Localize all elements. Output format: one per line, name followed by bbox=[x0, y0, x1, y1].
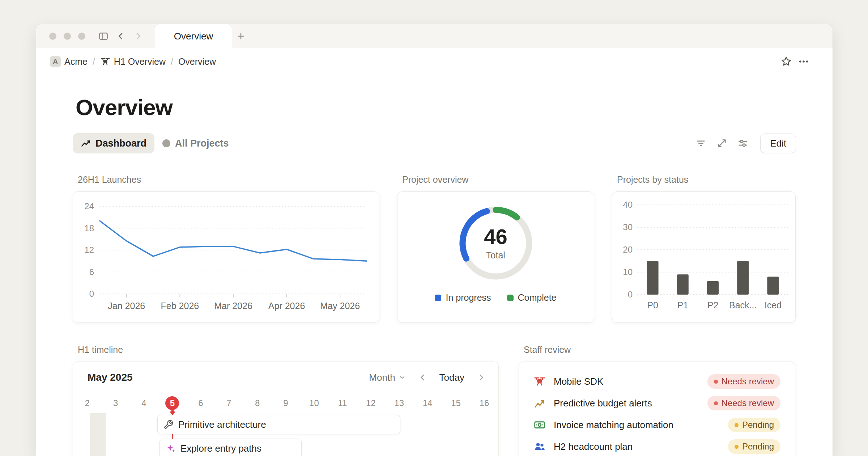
donut-chart: 46 Total bbox=[455, 203, 536, 284]
calendar-day[interactable]: 16 bbox=[470, 393, 498, 413]
calendar-header: May 2025 Month Today bbox=[73, 362, 498, 393]
project-overview-card-label: Project overview bbox=[402, 174, 594, 185]
in-progress-swatch bbox=[435, 295, 441, 301]
complete-swatch bbox=[507, 295, 514, 301]
tab-title: Overview bbox=[174, 31, 213, 42]
timeline-card: May 2025 Month Today bbox=[73, 362, 499, 456]
toolbar-right: Edit bbox=[693, 134, 796, 153]
breadcrumb: A Acme / H1 Overview / Overview bbox=[36, 48, 833, 75]
legend-item-complete: Complete bbox=[507, 292, 557, 303]
sidebar-toggle-icon[interactable] bbox=[95, 24, 112, 48]
view-toolbar: Dashboard All Projects Edit bbox=[73, 133, 796, 153]
svg-text:Mar 2026: Mar 2026 bbox=[214, 301, 252, 311]
calendar-day[interactable]: 2 bbox=[73, 393, 101, 413]
trend-line-icon bbox=[81, 138, 91, 148]
breadcrumb-separator: / bbox=[171, 56, 173, 67]
status-bar-chart: 010203040P0P1P2Back...Iced bbox=[612, 192, 795, 322]
svg-text:20: 20 bbox=[623, 245, 633, 254]
banknote-icon bbox=[533, 419, 546, 431]
svg-text:0: 0 bbox=[89, 289, 94, 299]
staff-row-title: Mobile SDK bbox=[554, 376, 603, 387]
status-dot-icon bbox=[714, 380, 718, 384]
favorite-star-icon[interactable] bbox=[778, 53, 795, 70]
svg-text:Back...: Back... bbox=[729, 300, 757, 310]
project-overview-card: 46 Total In progress Complete bbox=[397, 191, 594, 323]
charts-row: 26H1 Launches 06121824Jan 2026Feb 2026Ma… bbox=[73, 174, 796, 323]
svg-text:24: 24 bbox=[84, 201, 94, 211]
status-dot-icon bbox=[735, 423, 739, 427]
breadcrumb-separator: / bbox=[93, 56, 95, 67]
calendar-prev-icon[interactable] bbox=[416, 370, 430, 385]
launches-card: 06121824Jan 2026Feb 2026Mar 2026Apr 2026… bbox=[73, 191, 379, 323]
timeline-item-label: Explore entry paths bbox=[180, 443, 261, 454]
svg-text:Iced: Iced bbox=[765, 300, 782, 310]
breadcrumb-workspace[interactable]: A Acme bbox=[46, 54, 91, 69]
new-tab-button[interactable] bbox=[232, 24, 250, 48]
expand-icon[interactable] bbox=[714, 135, 730, 151]
close-window-button[interactable] bbox=[49, 33, 56, 40]
svg-text:P2: P2 bbox=[707, 300, 719, 310]
tab-overview[interactable]: Overview bbox=[155, 24, 232, 48]
launches-line-chart: 06121824Jan 2026Feb 2026Mar 2026Apr 2026… bbox=[73, 192, 379, 322]
staff-review-section-label: Staff review bbox=[524, 345, 795, 355]
staff-row[interactable]: Invoice matching automation Pending bbox=[533, 414, 780, 436]
breadcrumb-parent-page[interactable]: H1 Overview bbox=[97, 54, 169, 69]
back-icon[interactable] bbox=[112, 24, 129, 48]
calendar-day[interactable]: 9 bbox=[272, 393, 300, 413]
page-title: Overview bbox=[76, 94, 796, 120]
breadcrumb-current-page[interactable]: Overview bbox=[175, 54, 220, 69]
calendar-today-button[interactable]: Today bbox=[439, 372, 464, 383]
page-content: Overview Dashboard All Projects bbox=[36, 75, 833, 456]
status-badge[interactable]: Pending bbox=[728, 418, 780, 432]
staff-row[interactable]: H2 headcount plan Pending bbox=[533, 436, 780, 456]
view-tab-dashboard[interactable]: Dashboard bbox=[73, 133, 154, 153]
timeline-item[interactable]: Explore entry paths bbox=[159, 439, 302, 456]
calendar-day[interactable]: 12 bbox=[357, 393, 385, 413]
view-tab-all-projects[interactable]: All Projects bbox=[154, 133, 237, 153]
edit-button[interactable]: Edit bbox=[760, 134, 796, 153]
staff-row[interactable]: Predictive budget alerts Needs review bbox=[533, 392, 780, 414]
traffic-lights bbox=[49, 33, 85, 40]
calendar-day[interactable]: 7 bbox=[215, 393, 243, 413]
calendar-view-label: Month bbox=[369, 372, 395, 383]
donut-legend: In progress Complete bbox=[435, 292, 556, 303]
staff-row[interactable]: Mobile SDK Needs review bbox=[533, 371, 780, 392]
zoom-window-button[interactable] bbox=[78, 33, 85, 40]
legend-complete-label: Complete bbox=[518, 292, 557, 303]
staff-row-title: H2 headcount plan bbox=[554, 441, 633, 452]
more-options-icon[interactable] bbox=[795, 53, 812, 70]
status-badge[interactable]: Needs review bbox=[707, 374, 780, 389]
filter-icon[interactable] bbox=[693, 135, 709, 151]
status-card-label: Projects by status bbox=[617, 174, 796, 185]
calendar-day[interactable]: 4 bbox=[130, 393, 158, 413]
calendar-day[interactable]: 15 bbox=[442, 393, 470, 413]
calendar-day[interactable]: 11 bbox=[328, 393, 357, 413]
settings-sliders-icon[interactable] bbox=[735, 135, 751, 151]
calendar-next-icon[interactable] bbox=[474, 370, 488, 385]
calendar-day[interactable]: 13 bbox=[385, 393, 413, 413]
calendar-day[interactable]: 6 bbox=[187, 393, 215, 413]
calendar-day[interactable]: 14 bbox=[413, 393, 442, 413]
forward-icon[interactable] bbox=[129, 24, 147, 48]
titlebar: Overview bbox=[36, 24, 833, 48]
staff-review-card: Mobile SDK Needs review Predictive budge… bbox=[519, 362, 795, 456]
status-badge[interactable]: Needs review bbox=[707, 396, 780, 410]
calendar-day[interactable]: 3 bbox=[101, 393, 129, 413]
timeline-item[interactable]: Primitive architecture bbox=[157, 415, 400, 434]
calendar-month-label: May 2025 bbox=[88, 372, 133, 383]
status-badge-label: Needs review bbox=[722, 398, 774, 408]
calendar-view-selector[interactable]: Month bbox=[369, 372, 406, 383]
svg-text:6: 6 bbox=[89, 267, 94, 277]
status-badge[interactable]: Pending bbox=[728, 439, 780, 454]
calendar-day[interactable]: 8 bbox=[243, 393, 271, 413]
sparkle-icon bbox=[166, 443, 176, 453]
legend-item-in-progress: In progress bbox=[435, 292, 491, 303]
svg-text:40: 40 bbox=[623, 200, 633, 210]
app-window: Overview A Acme / H1 Overview / Overview bbox=[36, 24, 833, 456]
minimize-window-button[interactable] bbox=[64, 33, 71, 40]
staff-row-title: Invoice matching automation bbox=[554, 419, 673, 431]
timeline-body: Primitive architecture Explore entry pat… bbox=[73, 413, 498, 456]
svg-text:P1: P1 bbox=[677, 300, 689, 310]
drone-icon bbox=[533, 375, 546, 388]
calendar-day[interactable]: 10 bbox=[300, 393, 328, 413]
